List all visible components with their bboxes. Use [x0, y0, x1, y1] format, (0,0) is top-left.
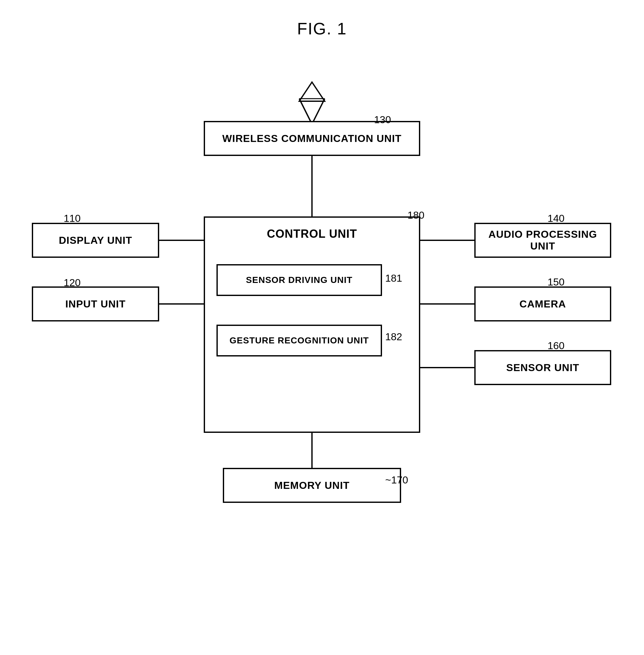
gesture-recognition-label: GESTURE RECOGNITION UNIT [230, 335, 369, 346]
sensor-driving-label: SENSOR DRIVING UNIT [246, 275, 353, 285]
memory-unit-label: MEMORY UNIT [274, 479, 350, 491]
input-unit: INPUT UNIT [32, 286, 159, 322]
input-ref: 120 [64, 277, 80, 289]
sensor-driving-ref: 181 [385, 273, 402, 284]
display-unit-label: DISPLAY UNIT [59, 235, 133, 246]
memory-ref: ~170 [385, 474, 408, 486]
control-unit-label: CONTROL UNIT [267, 227, 357, 241]
svg-marker-4 [299, 82, 325, 101]
control-ref: 180 [408, 209, 424, 221]
sensor-unit: SENSOR UNIT [474, 350, 611, 385]
sensor-driving-unit: SENSOR DRIVING UNIT [216, 264, 382, 296]
gesture-ref: 182 [385, 331, 402, 343]
input-unit-label: INPUT UNIT [65, 298, 126, 310]
memory-unit: MEMORY UNIT [223, 468, 401, 503]
camera-ref: 150 [548, 276, 565, 288]
figure-title: FIG. 1 [297, 19, 347, 38]
audio-ref: 140 [548, 213, 565, 225]
sensor-unit-label: SENSOR UNIT [506, 362, 579, 374]
wireless-unit-label: WIRELESS COMMUNICATION UNIT [222, 133, 401, 144]
wireless-ref: 130 [374, 114, 391, 126]
gesture-recognition-unit: GESTURE RECOGNITION UNIT [216, 325, 382, 356]
display-ref: 110 [64, 213, 80, 225]
wireless-communication-unit: WIRELESS COMMUNICATION UNIT [204, 121, 420, 156]
audio-processing-unit: AUDIO PROCESSING UNIT [474, 223, 611, 258]
svg-line-2 [312, 99, 325, 124]
camera-label: CAMERA [520, 298, 566, 310]
sensor-unit-ref: 160 [548, 340, 565, 352]
svg-line-1 [299, 99, 312, 124]
camera-unit: CAMERA [474, 286, 611, 322]
audio-unit-label: AUDIO PROCESSING UNIT [476, 229, 610, 252]
display-unit: DISPLAY UNIT [32, 223, 159, 258]
